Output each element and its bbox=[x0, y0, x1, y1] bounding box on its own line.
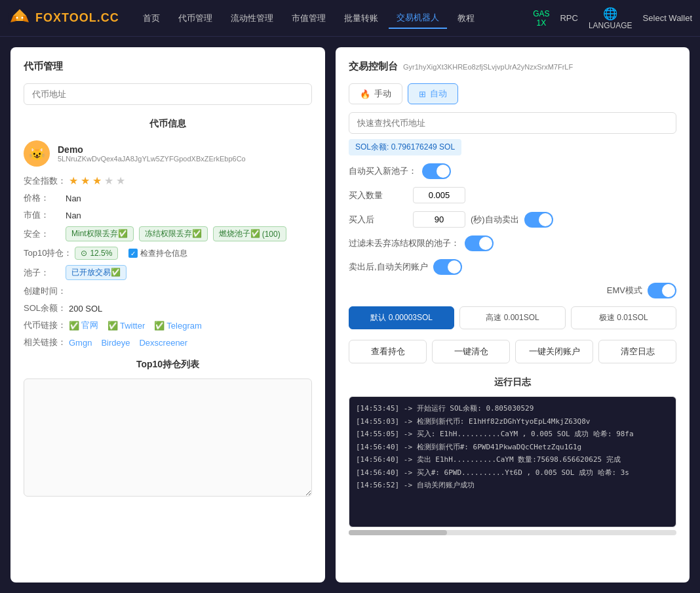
logo-text: FOXTOOL.CC bbox=[35, 11, 119, 25]
links-row: 代币链接： ✅ 官网 ✅ Twitter ✅ Telegram bbox=[24, 319, 312, 331]
log-scrollbar-thumb[interactable] bbox=[349, 530, 447, 535]
token-name: Demo bbox=[58, 144, 246, 155]
badge-mint: Mint权限丢弃✅ bbox=[66, 226, 134, 241]
buy-amount-input[interactable] bbox=[413, 187, 465, 203]
token-address-input[interactable] bbox=[24, 83, 312, 105]
svg-point-4 bbox=[16, 16, 18, 18]
manual-icon: 🔥 bbox=[360, 89, 370, 99]
log-scrollbar[interactable] bbox=[349, 530, 676, 535]
twitter-link[interactable]: ✅ Twitter bbox=[107, 321, 145, 331]
speed-fast-button[interactable]: 高速 0.001SOL bbox=[459, 306, 565, 329]
log-title: 运行日志 bbox=[349, 377, 676, 388]
nav-liquidity[interactable]: 流动性管理 bbox=[223, 9, 281, 28]
top10-label: Top10持仓： bbox=[24, 247, 72, 259]
nav-market-cap[interactable]: 市值管理 bbox=[284, 9, 334, 28]
price-label: 价格： bbox=[24, 192, 63, 204]
market-cap-label: 市值： bbox=[24, 209, 63, 221]
close-account-label: 卖出后,自动关闭账户 bbox=[349, 261, 428, 273]
top10-row: Top10持仓： ⊙ 12.5% ✓ 检查持仓信息 bbox=[24, 247, 312, 260]
nav-wallet[interactable]: Select Wallet bbox=[643, 13, 692, 23]
trading-address: Gyr1hyXigXt3KHREo8zfjSLvjvpUrA2yNzxSrxM7… bbox=[403, 63, 573, 71]
speed-default-button[interactable]: 默认 0.00003SOL bbox=[349, 306, 454, 329]
emv-toggle[interactable] bbox=[648, 283, 676, 298]
sol-balance-row: SOL余额： 200 SOL bbox=[24, 302, 312, 314]
auto-sell-toggle[interactable] bbox=[524, 212, 553, 228]
nav-language[interactable]: 🌐 LANGUAGE bbox=[589, 7, 632, 30]
market-cap-value: Nan bbox=[66, 211, 81, 220]
buy-after-label: 买入后 bbox=[349, 214, 408, 226]
token-search-input[interactable] bbox=[349, 112, 676, 134]
auto-sell-label: (秒)自动卖出 bbox=[471, 214, 519, 226]
left-panel-title: 代币管理 bbox=[24, 60, 312, 73]
avatar: 😺 bbox=[24, 140, 50, 167]
buy-amount-row: 买入数量 bbox=[349, 187, 676, 203]
speed-buttons: 默认 0.00003SOL 高速 0.001SOL 极速 0.01SOL bbox=[349, 306, 676, 329]
created-row: 创建时间： bbox=[24, 285, 312, 297]
check-official-icon: ✅ bbox=[69, 321, 79, 331]
speed-ultra-button[interactable]: 极速 0.01SOL bbox=[571, 306, 676, 329]
close-accounts-button[interactable]: 一键关闭账户 bbox=[515, 340, 593, 363]
emv-label: EMV模式 bbox=[607, 285, 642, 296]
price-value: Nan bbox=[66, 194, 81, 203]
filter-row: 过滤未丢弃冻结权限的池子： bbox=[349, 235, 676, 251]
log-line: [14:56:52] -> 自动关闭账户成功 bbox=[356, 480, 669, 491]
emv-row: EMV模式 bbox=[349, 283, 676, 298]
filter-toggle[interactable] bbox=[465, 235, 494, 251]
manual-mode-button[interactable]: 🔥 手动 bbox=[349, 83, 402, 104]
log-line: [14:53:45] -> 开始运行 SOL余额: 0.805030529 bbox=[356, 403, 669, 415]
check-position-info[interactable]: ✓ 检查持仓信息 bbox=[128, 248, 187, 259]
telegram-link[interactable]: ✅ Telegram bbox=[154, 321, 201, 331]
birdeye-link[interactable]: Birdeye bbox=[101, 338, 130, 348]
buy-amount-label: 买入数量 bbox=[349, 190, 408, 201]
seconds-input[interactable] bbox=[413, 211, 465, 228]
nav-rpc[interactable]: RPC bbox=[560, 13, 577, 23]
left-panel: 代币管理 代币信息 😺 Demo 5LNruZKwDvQex4aJA8JgYLw… bbox=[10, 47, 325, 583]
links-label: 代币链接： bbox=[24, 319, 66, 331]
checkbox-icon: ✓ bbox=[128, 249, 138, 258]
dexscreener-link[interactable]: Dexscreener bbox=[139, 338, 187, 348]
related-links-row: 相关链接： Gmgn Birdeye Dexscreener bbox=[24, 337, 312, 348]
star-5: ★ bbox=[116, 174, 125, 187]
gmgn-link[interactable]: Gmgn bbox=[69, 338, 92, 348]
clear-log-button[interactable]: 清空日志 bbox=[598, 340, 676, 363]
trading-header: 交易控制台 Gyr1hyXigXt3KHREo8zfjSLvjvpUrA2yNz… bbox=[349, 60, 676, 73]
auto-buy-label: 自动买入新池子： bbox=[349, 165, 417, 177]
fox-logo-icon bbox=[8, 7, 31, 30]
clear-all-button[interactable]: 一键清仓 bbox=[432, 340, 510, 363]
nav-gas[interactable]: GAS 1X bbox=[533, 9, 549, 28]
nav-tutorial[interactable]: 教程 bbox=[450, 9, 482, 28]
navbar: FOXTOOL.CC 首页 代币管理 流动性管理 市值管理 批量转账 交易机器人… bbox=[0, 0, 700, 37]
pool-row: 池子： 已开放交易✅ bbox=[24, 265, 312, 280]
logo-area[interactable]: FOXTOOL.CC bbox=[8, 7, 119, 30]
market-cap-row: 市值： Nan bbox=[24, 209, 312, 221]
price-row: 价格： Nan bbox=[24, 192, 312, 204]
nav-home[interactable]: 首页 bbox=[135, 9, 168, 28]
nav-batch-transfer[interactable]: 批量转账 bbox=[336, 9, 386, 28]
auto-mode-button[interactable]: ⊞ 自动 bbox=[408, 83, 458, 104]
star-1: ★ bbox=[69, 174, 78, 187]
sol-balance-bar: SOL余额: 0.796176249 SOL bbox=[349, 139, 461, 155]
official-link[interactable]: ✅ 官网 bbox=[69, 319, 98, 331]
auto-icon: ⊞ bbox=[419, 89, 426, 99]
auto-buy-row: 自动买入新池子： bbox=[349, 163, 676, 179]
badge-freeze: 冻结权限丢弃✅ bbox=[139, 226, 208, 241]
safety-badges-row: 安全： Mint权限丢弃✅ 冻结权限丢弃✅ 燃烧池子✅ (100) bbox=[24, 226, 312, 241]
close-account-toggle[interactable] bbox=[433, 259, 462, 275]
auto-buy-toggle[interactable] bbox=[422, 163, 451, 179]
token-info-section-title: 代币信息 bbox=[24, 118, 312, 130]
star-4: ★ bbox=[104, 174, 113, 187]
action-buttons: 查看持仓 一键清仓 一键关闭账户 清空日志 bbox=[349, 340, 676, 363]
sol-balance-value: 200 SOL bbox=[69, 304, 102, 314]
svg-point-5 bbox=[22, 16, 24, 18]
nav-token-manage[interactable]: 代币管理 bbox=[170, 9, 220, 28]
nav-trading-robot[interactable]: 交易机器人 bbox=[389, 8, 447, 29]
token-address-display: 5LNruZKwDvQex4aJA8JgYLw5ZYFGpodXBxZErkEb… bbox=[58, 155, 246, 163]
view-positions-button[interactable]: 查看持仓 bbox=[349, 340, 427, 363]
log-line: [14:55:05] -> 买入: E1hH..........CaYM , 0… bbox=[356, 429, 669, 440]
close-account-row: 卖出后,自动关闭账户 bbox=[349, 259, 676, 275]
top10-list-textarea[interactable] bbox=[24, 378, 312, 497]
pool-label: 池子： bbox=[24, 267, 63, 279]
created-label: 创建时间： bbox=[24, 285, 66, 297]
nav-items: 首页 代币管理 流动性管理 市值管理 批量转账 交易机器人 教程 bbox=[135, 8, 533, 29]
log-line: [14:56:40] -> 买入#: 6PWD..........Yt6D , … bbox=[356, 468, 669, 479]
